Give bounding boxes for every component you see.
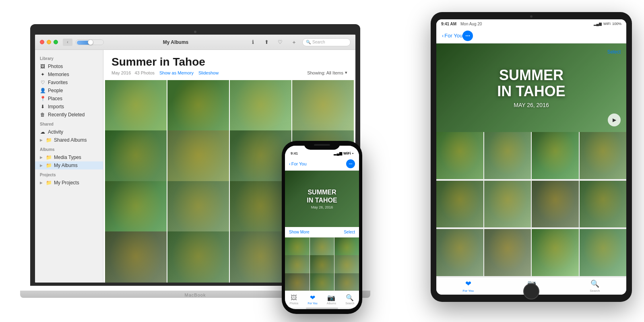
album-header: Summer in Tahoe May 2016 43 Photos Show …: [103, 50, 355, 78]
iphone-time: 9:41: [291, 151, 298, 155]
share-button[interactable]: ⬆: [261, 38, 272, 46]
ipad-photo-cell[interactable]: [484, 132, 531, 179]
iphone-photo-grid: [285, 237, 359, 291]
sidebar-item-people[interactable]: 👤 People: [35, 87, 103, 95]
ipad-tab-for-you-label: For You: [462, 289, 474, 293]
ipad-home-button[interactable]: [523, 283, 539, 299]
iphone-hero-date: May 26, 2016: [311, 205, 333, 209]
iphone-back-button[interactable]: ‹ For You: [289, 161, 307, 166]
iphone-device: 9:41 ▂▄▆ WiFi ▪ ‹ For You ···: [282, 141, 362, 314]
ipad-photo-cell[interactable]: [532, 229, 579, 276]
ipad-photo-cell[interactable]: [580, 181, 627, 228]
favorite-button[interactable]: ♡: [275, 38, 285, 46]
photo-cell[interactable]: [105, 231, 167, 283]
sidebar-item-media-types[interactable]: ▶ 📁 Media Types: [35, 153, 103, 161]
ipad-status-right: ▂▄▆ WiFi 100%: [594, 22, 621, 26]
close-button[interactable]: [40, 40, 44, 44]
sidebar-item-activity[interactable]: ☁ Activity: [35, 128, 103, 136]
sidebar-item-places[interactable]: 📍 Places: [35, 95, 103, 103]
ipad-photo-cell[interactable]: [436, 229, 483, 276]
sidebar-item-shared-albums-label: Shared Albums: [54, 137, 87, 143]
ipad-photo-cell[interactable]: [532, 132, 579, 179]
maximize-button[interactable]: [54, 40, 58, 44]
ipad-photo-cell[interactable]: [436, 181, 483, 228]
sidebar-item-media-types-label: Media Types: [54, 155, 81, 160]
iphone-tab-search[interactable]: 🔍 Search: [345, 294, 354, 305]
ipad-photo-cell[interactable]: [580, 229, 627, 276]
iphone-tab-for-you-label: For You: [308, 302, 317, 305]
expand-my-albums-icon: ▶: [40, 163, 43, 167]
expand-media-icon: ▶: [40, 155, 43, 159]
sidebar-item-imports[interactable]: ⬇ Imports: [35, 103, 103, 111]
macbook-camera: [194, 31, 196, 33]
iphone-more-button[interactable]: ···: [346, 159, 355, 168]
add-to-album-button[interactable]: ＋: [289, 38, 299, 46]
sidebar-item-my-albums[interactable]: ▶ 📁 My Albums: [35, 161, 103, 169]
ipad-hero-overlay: SUMMERIN TAHOE MAY 26, 2016: [436, 43, 626, 132]
sidebar-item-favorites[interactable]: ♡ Favorites: [35, 78, 103, 87]
iphone-tab-albums-label: Albums: [327, 302, 336, 305]
iphone-actions-bar: Show More Select: [285, 227, 359, 237]
sidebar-item-memories[interactable]: ✦ Memories: [35, 70, 103, 78]
ipad-photo-cell[interactable]: [580, 132, 627, 179]
album-title: Summer in Tahoe: [111, 56, 347, 68]
minimize-button[interactable]: [47, 40, 51, 44]
battery-indicator: 100%: [612, 22, 621, 26]
titlebar: ‹ My Albums ℹ ⬆ ♡ ＋: [35, 35, 355, 50]
ipad-photo-cell[interactable]: [484, 229, 531, 276]
sidebar-item-shared-albums[interactable]: ▶ 📁 Shared Albums: [35, 136, 103, 144]
iphone-photo-cell[interactable]: [334, 273, 359, 291]
ipad-play-button[interactable]: ▶: [608, 114, 621, 126]
ipad-hero: SUMMERIN TAHOE MAY 26, 2016 ▶ Select: [436, 43, 626, 132]
photo-cell[interactable]: [167, 231, 229, 283]
iphone-photo-cell[interactable]: [310, 273, 334, 291]
info-button[interactable]: ℹ: [248, 38, 258, 46]
ipad-screen: 9:41 AM Mon Aug 20 ▂▄▆ WiFi 100% ‹ For Y…: [436, 19, 626, 295]
ipad-back-button[interactable]: ‹ For You: [442, 33, 462, 39]
iphone-tab-albums[interactable]: 📷 Albums: [327, 294, 336, 305]
showing-filter[interactable]: Showing: All Items ▾: [307, 70, 347, 75]
signal-icon: ▂▄▆: [594, 22, 602, 26]
zoom-slider[interactable]: [76, 39, 104, 45]
ipad-photo-cell[interactable]: [532, 181, 579, 228]
titlebar-nav: ‹: [63, 39, 72, 46]
sidebar-item-memories-label: Memories: [48, 72, 69, 77]
slideshow-link[interactable]: Slideshow: [198, 70, 219, 75]
ipad-more-button[interactable]: ···: [462, 31, 473, 41]
media-types-icon: 📁: [46, 155, 52, 160]
sidebar-item-photos[interactable]: 🖼 Photos: [35, 62, 103, 70]
sidebar-item-imports-label: Imports: [48, 104, 64, 109]
iphone-hero: SUMMERIN TAHOE May 26, 2016: [285, 171, 359, 227]
iphone-tab-bar: 🖼 Photos ❤ For You 📷 Albums 🔍 Search: [285, 291, 359, 308]
ipad-tab-search[interactable]: 🔍 Search: [590, 279, 600, 293]
search-placeholder: Search: [312, 40, 325, 44]
iphone-speaker: [314, 144, 330, 146]
ipad-hero-title: SUMMERIN TAHOE: [497, 67, 565, 99]
expand-projects-icon: ▶: [40, 181, 43, 185]
iphone-screen: 9:41 ▂▄▆ WiFi ▪ ‹ For You ···: [285, 146, 359, 309]
iphone-tab-for-you[interactable]: ❤ For You: [308, 294, 317, 305]
iphone-photo-cell[interactable]: [285, 273, 310, 291]
iphone-select-button[interactable]: Select: [344, 230, 355, 234]
iphone-tab-photos[interactable]: 🖼 Photos: [290, 294, 299, 305]
chevron-left-icon: ‹: [442, 33, 444, 39]
ipad-tab-for-you[interactable]: ❤ For You: [462, 279, 474, 293]
sidebar: Library 🖼 Photos ✦ Memories ♡: [35, 50, 103, 283]
show-as-memory-link[interactable]: Show as Memory: [159, 70, 194, 75]
wifi-icon: WiFi: [603, 22, 611, 26]
iphone-hero-overlay: SUMMERIN TAHOE May 26, 2016: [285, 171, 359, 227]
my-albums-icon: 📁: [46, 163, 52, 168]
ipad-camera: [530, 15, 533, 18]
iphone-show-more-button[interactable]: Show More: [289, 230, 310, 234]
sidebar-item-my-projects[interactable]: ▶ 📁 My Projects: [35, 179, 103, 187]
search-box[interactable]: 🔍 Search: [302, 38, 351, 46]
ipad-select-button[interactable]: Select: [607, 49, 621, 55]
iphone-tab-photos-label: Photos: [290, 302, 299, 305]
imports-icon: ⬇: [40, 104, 45, 109]
ipad-photo-cell[interactable]: [484, 181, 531, 228]
iphone-frame: 9:41 ▂▄▆ WiFi ▪ ‹ For You ···: [282, 141, 362, 314]
ipad-photo-cell[interactable]: [436, 132, 483, 179]
sidebar-item-recently-deleted[interactable]: 🗑 Recently Deleted: [35, 111, 103, 119]
sidebar-item-recently-deleted-label: Recently Deleted: [48, 112, 85, 118]
back-button[interactable]: ‹: [63, 39, 72, 46]
